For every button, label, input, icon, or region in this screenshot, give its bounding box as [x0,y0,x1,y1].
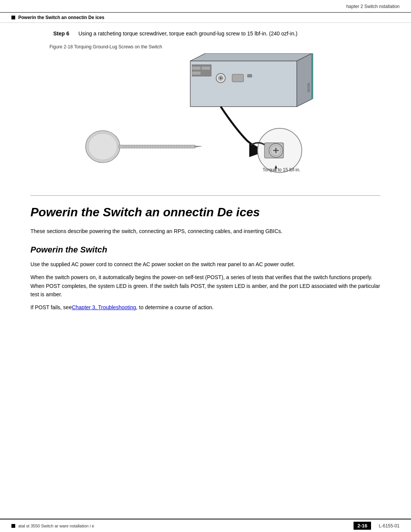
svg-point-16 [88,133,117,160]
svg-marker-1 [190,53,312,61]
breadcrumb-icon [11,16,15,19]
breadcrumb-text: Powerin the Switch an onnectin De ices [18,15,104,20]
body-para-2: When the switch powers on, it automatica… [30,273,381,299]
step-label: Step 6 [53,30,69,37]
switch-box: 98265 [190,53,313,107]
body-para-3: If POST fails, seeChapter 3, Troubleshoo… [30,303,381,312]
body-para-1: Use the supplied AC power cord to connec… [30,260,381,268]
screwdriver [86,131,202,163]
footer-left: atal st 3550 Switch ar ware nstallation … [11,524,94,528]
step-content: Step 6 Using a ratcheting torque screwdr… [53,30,381,37]
footer-doc-title: atal st 3550 Switch ar ware nstallation … [18,524,94,528]
svg-rect-17 [119,145,195,148]
figure-caption: Figure 2-18 Torquing Ground-Lug Screws o… [49,44,381,50]
svg-rect-12 [247,74,252,77]
figure-illustration: 98265 [72,53,339,183]
svg-marker-44 [195,146,202,147]
svg-rect-6 [192,72,201,75]
chapter-intro-para: These sections describe powering the swi… [30,227,381,235]
breadcrumb-bar: Powerin the Switch an onnectin De ices [0,13,411,23]
svg-marker-2 [297,53,312,107]
section-heading: Powerin the Switch [30,245,381,255]
torque-label-text: Torque to 15 lbf-in. [263,167,300,173]
svg-rect-5 [202,67,210,70]
svg-rect-11 [232,74,244,82]
footer-icon [11,524,15,528]
header-chapter-title: hapter 2 Switch nstallation [346,4,400,9]
page-header: hapter 2 Switch nstallation [0,0,411,13]
footer-page-number: 2-16 [354,522,371,530]
screw-detail [251,128,302,173]
svg-rect-4 [192,67,201,70]
figure-container: Figure 2-18 Torquing Ground-Lug Screws o… [30,44,381,184]
section-divider [30,195,381,196]
figure-num-label: 98265 [307,83,311,92]
page-footer: atal st 3550 Switch ar ware nstallation … [0,519,411,532]
svg-rect-13 [311,53,313,99]
step-section: Step 6 Using a ratcheting torque screwdr… [30,30,381,37]
chapter3-link[interactable]: Chapter 3, Troubleshooting [72,304,136,310]
footer-part-number: L-6155-01 [379,523,400,529]
illustration-area: 98265 [72,53,339,184]
step-description: Using a ratcheting torque screwdriver, t… [78,30,298,37]
main-content: Step 6 Using a ratcheting torque screwdr… [0,23,411,324]
chapter-heading: Powerin the Switch an onnectin De ices [30,205,381,219]
